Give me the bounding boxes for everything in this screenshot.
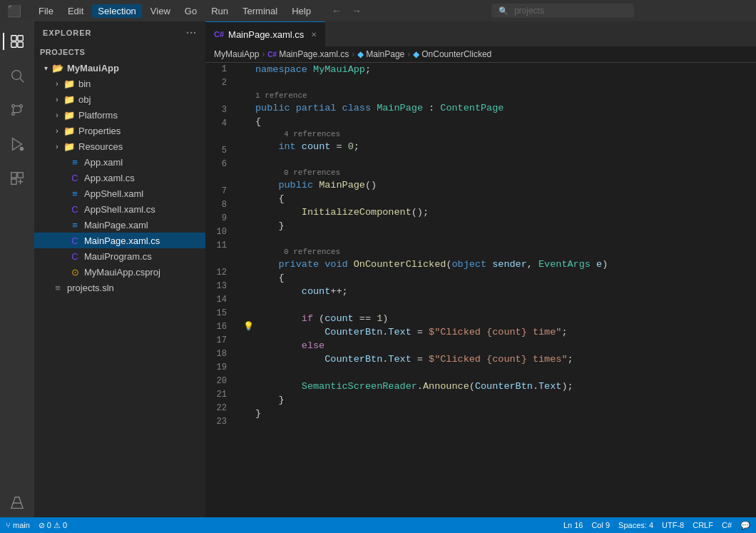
sidebar-item-resources[interactable]: › 📁 Resources — [34, 138, 205, 154]
code-editor[interactable]: 1 2 3 4 5 6 7 8 9 10 11 12 13 14 15 16 — [205, 63, 756, 517]
sidebar-label-app-xaml: App.xaml — [84, 157, 123, 168]
code-ref-7: 0 references — [255, 167, 742, 178]
search-icon: 🔍 — [499, 6, 509, 16]
sidebar-label-mauiprogram: MauiProgram.cs — [84, 251, 152, 262]
menu-bar: File Edit Selection View Go Run Terminal… — [33, 4, 317, 18]
breadcrumb-sep-2: › — [352, 49, 354, 59]
menu-help[interactable]: Help — [286, 4, 317, 18]
code-line-4: { — [255, 115, 742, 128]
sidebar-item-mainpage-xaml-cs[interactable]: › C MainPage.xaml.cs — [34, 233, 205, 248]
status-line[interactable]: Ln 16 — [563, 521, 583, 529]
status-line-endings[interactable]: CRLF — [693, 521, 713, 529]
breadcrumb: MyMauiApp › C# MainPage.xaml.cs › ◆ Main… — [205, 46, 756, 63]
menu-go[interactable]: Go — [179, 4, 203, 18]
editor-area: C# MainPage.xaml.cs ✕ MyMauiApp › C# Mai… — [205, 21, 756, 517]
code-line-17: CounterBtn.Text = $"Clicked {count} time… — [255, 325, 742, 339]
tab-mainpage-xaml-cs[interactable]: C# MainPage.xaml.cs ✕ — [205, 21, 325, 46]
svg-rect-1 — [18, 36, 23, 41]
breadcrumb-file[interactable]: C# MainPage.xaml.cs — [267, 49, 349, 59]
breadcrumb-mymaui[interactable]: MyMauiApp — [214, 49, 259, 59]
error-count: 0 — [47, 521, 51, 529]
activity-item-testing[interactable] — [3, 489, 31, 517]
code-line-10: } — [255, 219, 742, 233]
code-line-7: public MainPage() — [255, 178, 742, 192]
titlebar: ⬛ File Edit Selection View Go Run Termin… — [0, 0, 756, 21]
sidebar-label-mymaui: MyMauiApp — [67, 63, 119, 73]
svg-point-4 — [12, 71, 21, 80]
sidebar-item-mauiprogram[interactable]: › C MauiProgram.cs — [34, 248, 205, 264]
sidebar-label-csproj: MyMauiApp.csproj — [84, 267, 160, 278]
encoding-label: UTF-8 — [662, 521, 684, 529]
nav-forward-button[interactable]: → — [348, 4, 365, 18]
code-lines: namespace MyMauiApp; 1 reference public … — [255, 63, 756, 517]
lightbulb-icon[interactable]: 💡 — [241, 320, 255, 334]
code-ref-5: 4 references — [255, 128, 742, 140]
activity-item-search[interactable] — [3, 61, 31, 90]
code-line-5: int count = 0; — [255, 140, 742, 153]
folder-icon-bin: 📁 — [63, 78, 76, 89]
sidebar-header: Explorer ··· — [34, 21, 205, 44]
feedback-icon: 💬 — [740, 521, 750, 530]
nav-arrows: ← → — [328, 4, 365, 18]
menu-edit[interactable]: Edit — [62, 4, 89, 18]
sidebar-item-app-xaml[interactable]: › ≡ App.xaml — [34, 154, 205, 170]
sidebar-item-appshell-xaml-cs[interactable]: › C AppShell.xaml.cs — [34, 201, 205, 217]
status-errors[interactable]: ⊘ 0 ⚠ 0 — [39, 521, 67, 530]
status-bar: ⑂ main ⊘ 0 ⚠ 0 Ln 16 Col 9 Spaces: 4 UTF… — [0, 517, 756, 533]
sidebar-more-button[interactable]: ··· — [186, 27, 197, 39]
code-line-14: count++; — [255, 285, 742, 298]
activity-item-explorer[interactable] — [3, 27, 31, 56]
search-placeholder: projects — [514, 6, 544, 16]
code-line-8: { — [255, 192, 742, 205]
sidebar-item-mainpage-xaml[interactable]: › ≡ MainPage.xaml — [34, 217, 205, 233]
menu-selection[interactable]: Selection — [92, 4, 141, 18]
sidebar-label-app-xaml-cs: App.xaml.cs — [84, 173, 135, 183]
sidebar-item-properties[interactable]: › 📁 Properties — [34, 123, 205, 138]
sidebar-label-bin: bin — [78, 78, 91, 89]
sidebar-item-app-xaml-cs[interactable]: › C App.xaml.cs — [34, 170, 205, 186]
code-ref-12: 0 references — [255, 246, 742, 258]
activity-item-run-debug[interactable] — [3, 130, 31, 158]
menu-file[interactable]: File — [33, 4, 59, 18]
sidebar-item-mymaui[interactable]: ▾ 📂 MyMauiApp — [34, 60, 205, 76]
tab-label: MainPage.xaml.cs — [228, 29, 304, 40]
code-line-9: InitializeComponent(); — [255, 205, 742, 219]
sidebar-item-bin[interactable]: › 📁 bin — [34, 76, 205, 91]
sln-icon: ≡ — [51, 283, 64, 293]
nav-back-button[interactable]: ← — [328, 4, 345, 18]
status-col[interactable]: Col 9 — [591, 521, 610, 529]
breadcrumb-method[interactable]: ◆ OnCounterClicked — [413, 49, 491, 59]
status-feedback[interactable]: 💬 — [740, 521, 750, 530]
code-line-19: CounterBtn.Text = $"Clicked {count} time… — [255, 352, 742, 366]
warning-icon: ⚠ — [53, 521, 61, 530]
svg-point-10 — [20, 147, 24, 151]
line-gutter: 💡 — [241, 63, 255, 517]
tab-csharp-icon: C# — [214, 30, 224, 39]
menu-run[interactable]: Run — [205, 4, 234, 18]
sidebar-item-obj[interactable]: › 📁 obj — [34, 91, 205, 107]
tab-close-button[interactable]: ✕ — [311, 31, 317, 39]
sidebar-label-resources: Resources — [78, 141, 123, 152]
global-search-box[interactable]: 🔍 projects — [491, 4, 634, 18]
sidebar-item-platforms[interactable]: › 📁 Platforms — [34, 107, 205, 123]
code-line-20 — [255, 366, 742, 380]
status-language[interactable]: C# — [722, 521, 732, 529]
sidebar-item-sln[interactable]: › ≡ projects.sln — [34, 280, 205, 295]
menu-terminal[interactable]: Terminal — [237, 4, 283, 18]
breadcrumb-sep-3: › — [407, 49, 410, 59]
status-spaces[interactable]: Spaces: 4 — [618, 521, 653, 529]
sidebar-section-projects: PROJECTS — [34, 44, 205, 60]
svg-rect-3 — [18, 42, 23, 47]
sidebar-item-appshell-xaml[interactable]: › ≡ AppShell.xaml — [34, 186, 205, 201]
sidebar-label-properties: Properties — [78, 126, 121, 136]
status-encoding[interactable]: UTF-8 — [662, 521, 684, 529]
project-root-label: PROJECTS — [40, 48, 85, 56]
menu-view[interactable]: View — [145, 4, 176, 18]
sidebar-label-appshell-xaml-cs: AppShell.xaml.cs — [84, 204, 155, 215]
sidebar-item-csproj[interactable]: › ⊙ MyMauiApp.csproj — [34, 264, 205, 280]
activity-item-source-control[interactable] — [3, 96, 31, 124]
activity-item-extensions[interactable] — [3, 164, 31, 193]
code-line-12: private void OnCounterClicked(object sen… — [255, 258, 742, 271]
status-branch[interactable]: ⑂ main — [6, 521, 30, 529]
breadcrumb-class[interactable]: ◆ MainPage — [357, 49, 404, 59]
